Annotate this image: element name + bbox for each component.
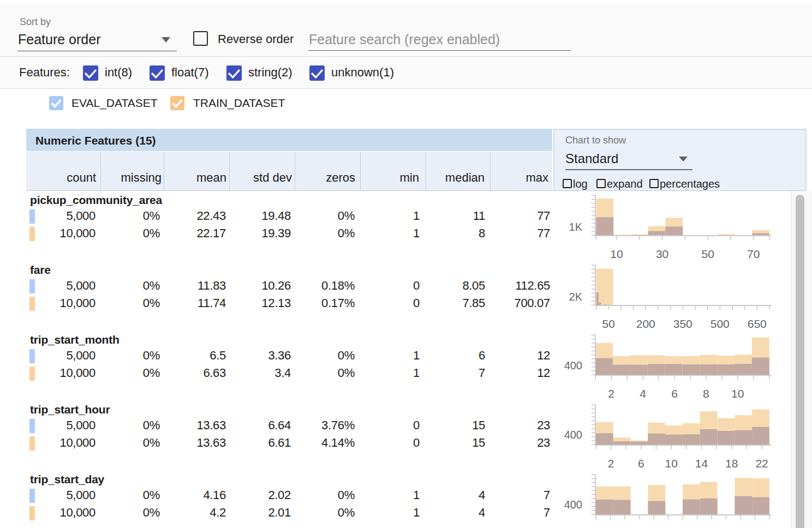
svg-text:70: 70: [747, 248, 760, 260]
svg-text:6: 6: [671, 387, 678, 400]
svg-text:1K: 1K: [569, 221, 583, 233]
svg-text:30: 30: [656, 248, 668, 260]
svg-text:400: 400: [564, 499, 582, 511]
svg-text:14: 14: [695, 457, 708, 470]
svg-text:8: 8: [703, 387, 709, 400]
svg-text:2: 2: [608, 387, 614, 400]
svg-text:50: 50: [702, 248, 714, 260]
svg-text:500: 500: [710, 317, 730, 330]
svg-text:650: 650: [748, 317, 767, 330]
svg-text:4: 4: [640, 387, 646, 400]
svg-text:400: 400: [564, 429, 582, 441]
svg-text:50: 50: [602, 317, 615, 330]
svg-text:10: 10: [731, 387, 744, 400]
svg-text:400: 400: [564, 359, 582, 371]
svg-text:6: 6: [638, 457, 644, 470]
svg-text:350: 350: [673, 317, 692, 330]
svg-text:18: 18: [725, 457, 738, 470]
svg-text:2K: 2K: [569, 291, 583, 303]
svg-text:200: 200: [636, 317, 655, 330]
svg-text:10: 10: [665, 457, 678, 470]
svg-text:10: 10: [610, 248, 623, 260]
svg-text:2: 2: [608, 457, 614, 470]
svg-text:22: 22: [755, 457, 768, 470]
